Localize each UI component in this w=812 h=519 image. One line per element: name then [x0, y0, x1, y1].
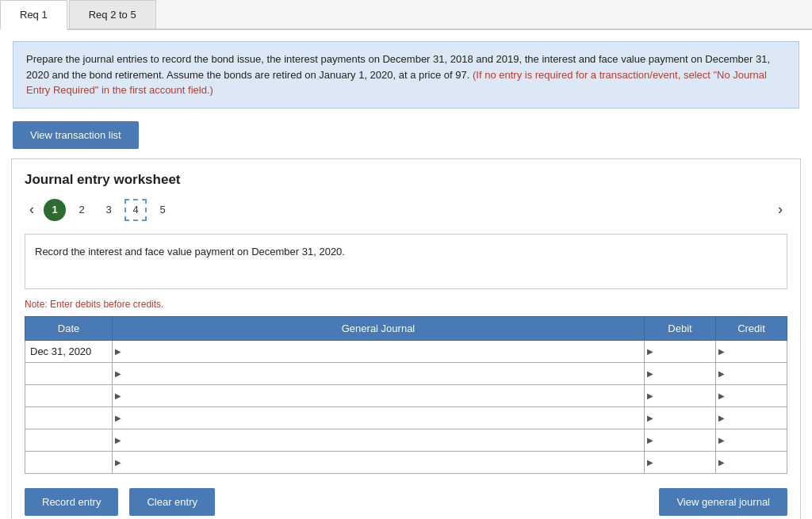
journal-input-4[interactable] [113, 407, 644, 429]
debit-input-1[interactable] [645, 341, 715, 362]
credit-cell-2[interactable] [716, 362, 787, 384]
journal-table: Date General Journal Debit Credit Dec 31… [25, 316, 787, 474]
table-row [25, 429, 787, 451]
date-cell-1: Dec 31, 2020 [25, 340, 113, 362]
table-row: Dec 31, 2020 [25, 340, 787, 362]
table-row [25, 384, 787, 406]
journal-cell-5[interactable] [113, 429, 645, 451]
date-cell-6 [25, 451, 113, 473]
credit-input-6[interactable] [716, 452, 787, 473]
journal-cell-3[interactable] [113, 384, 645, 406]
tab-req1[interactable]: Req 1 [0, 0, 67, 30]
col-header-date: Date [25, 316, 113, 340]
col-header-journal: General Journal [113, 316, 645, 340]
step-4[interactable]: 4 [124, 199, 147, 221]
journal-cell-1[interactable] [113, 340, 645, 362]
date-cell-3 [25, 384, 113, 406]
view-transaction-button[interactable]: View transaction list [13, 121, 139, 149]
date-cell-2 [25, 362, 113, 384]
credit-input-3[interactable] [716, 385, 787, 406]
instructions-box: Prepare the journal entries to record th… [13, 41, 799, 109]
col-header-debit: Debit [645, 316, 716, 340]
tabs-bar: Req 1 Req 2 to 5 [0, 0, 812, 30]
credit-cell-6[interactable] [716, 451, 787, 473]
journal-cell-2[interactable] [113, 362, 645, 384]
debit-input-2[interactable] [645, 363, 715, 384]
tab-req2to5[interactable]: Req 2 to 5 [69, 0, 156, 29]
debit-cell-4[interactable] [645, 406, 716, 429]
credit-input-1[interactable] [716, 341, 787, 362]
step-1[interactable]: 1 [44, 199, 66, 221]
credit-input-4[interactable] [716, 407, 787, 429]
journal-cell-6[interactable] [113, 451, 645, 473]
journal-input-3[interactable] [113, 385, 644, 406]
step-navigation: ‹ 1 2 3 4 5 › [25, 199, 787, 221]
credit-cell-5[interactable] [716, 429, 787, 451]
debits-before-credits-note: Note: Enter debits before credits. [25, 299, 787, 310]
step-5[interactable]: 5 [151, 199, 174, 221]
debit-input-5[interactable] [645, 429, 715, 451]
record-entry-button[interactable]: Record entry [25, 488, 118, 516]
credit-cell-4[interactable] [716, 406, 787, 429]
prev-step-arrow[interactable]: ‹ [25, 200, 39, 219]
step-2[interactable]: 2 [71, 199, 93, 221]
step-description: Record the interest and face value payme… [25, 234, 787, 289]
debit-input-6[interactable] [645, 452, 715, 473]
table-row [25, 406, 787, 429]
debit-input-3[interactable] [645, 385, 715, 406]
date-cell-5 [25, 429, 113, 451]
debit-cell-2[interactable] [645, 362, 716, 384]
debit-input-4[interactable] [645, 407, 715, 429]
bottom-buttons: Record entry Clear entry View general jo… [25, 488, 787, 516]
clear-entry-button[interactable]: Clear entry [129, 488, 215, 516]
credit-input-5[interactable] [716, 429, 787, 451]
debit-cell-1[interactable] [645, 340, 716, 362]
journal-input-5[interactable] [113, 429, 644, 451]
journal-input-6[interactable] [113, 452, 644, 473]
worksheet-title: Journal entry worksheet [25, 172, 787, 188]
debit-cell-5[interactable] [645, 429, 716, 451]
debit-cell-6[interactable] [645, 451, 716, 473]
journal-input-1[interactable] [113, 341, 644, 362]
journal-cell-4[interactable] [113, 406, 645, 429]
table-row [25, 362, 787, 384]
table-row [25, 451, 787, 473]
date-cell-4 [25, 406, 113, 429]
journal-input-2[interactable] [113, 363, 644, 384]
credit-cell-3[interactable] [716, 384, 787, 406]
page-wrapper: Req 1 Req 2 to 5 Prepare the journal ent… [0, 0, 812, 519]
journal-worksheet: Journal entry worksheet ‹ 1 2 3 4 5 › Re… [11, 158, 801, 520]
credit-cell-1[interactable] [716, 340, 787, 362]
credit-input-2[interactable] [716, 363, 787, 384]
debit-cell-3[interactable] [645, 384, 716, 406]
view-general-journal-button[interactable]: View general journal [659, 488, 787, 516]
next-step-arrow[interactable]: › [773, 200, 787, 219]
step-3[interactable]: 3 [98, 199, 120, 221]
col-header-credit: Credit [716, 316, 787, 340]
